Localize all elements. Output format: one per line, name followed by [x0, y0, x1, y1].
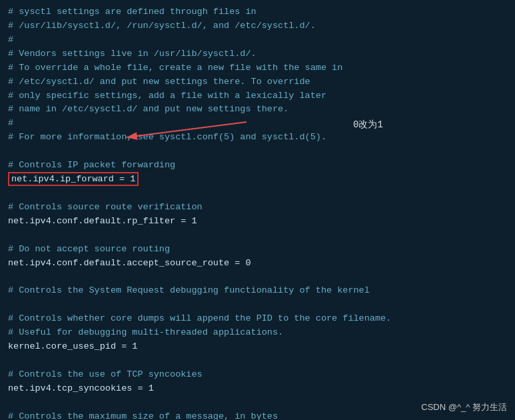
code-line: # Controls the System Request debugging …	[8, 284, 507, 298]
watermark: CSDN @^_^ 努力生活	[421, 401, 507, 413]
code-line: # Vendors settings live in /usr/lib/sysc…	[8, 47, 507, 61]
terminal: # sysctl settings are defined through fi…	[0, 0, 515, 420]
code-line	[8, 145, 507, 159]
code-line: # Useful for debugging multi-threaded ap…	[8, 326, 507, 340]
code-content: # sysctl settings are defined through fi…	[8, 5, 507, 420]
code-line: # For more information, see sysctl.conf(…	[8, 131, 507, 145]
code-line: # /etc/sysctl.d/ and put new settings th…	[8, 75, 507, 89]
code-line	[8, 229, 507, 243]
code-line: net.ipv4.conf.default.accept_source_rout…	[8, 257, 507, 271]
code-line: # Controls whether core dumps will appen…	[8, 312, 507, 326]
code-line: # sysctl settings are defined through fi…	[8, 5, 507, 19]
code-line: net.ipv4.ip_forward = 1	[8, 173, 507, 187]
code-line: # name in /etc/sysctl.d/ and put new set…	[8, 103, 507, 117]
highlighted-code: net.ipv4.ip_forward = 1	[8, 172, 139, 186]
code-line: #	[8, 33, 507, 47]
code-line: net.ipv4.conf.default.rp_filter = 1	[8, 215, 507, 229]
code-line: # Controls IP packet forwarding	[8, 159, 507, 173]
code-line: net.ipv4.tcp_syncookies = 1	[8, 382, 507, 396]
code-line: # Controls the use of TCP syncookies	[8, 368, 507, 382]
code-line: # /usr/lib/sysctl.d/, /run/sysctl.d/, an…	[8, 19, 507, 33]
code-line	[8, 354, 507, 368]
code-line: # Controls source route verification	[8, 201, 507, 215]
code-line: # Do not accept source routing	[8, 243, 507, 257]
code-line: # To override a whole file, create a new…	[8, 61, 507, 75]
code-line: #	[8, 117, 507, 131]
code-line: # only specific settings, add a file wit…	[8, 89, 507, 103]
code-line	[8, 187, 507, 201]
annotation-label: 0改为1	[353, 119, 383, 131]
code-line	[8, 271, 507, 285]
code-line	[8, 298, 507, 312]
code-line: kernel.core_uses_pid = 1	[8, 340, 507, 354]
